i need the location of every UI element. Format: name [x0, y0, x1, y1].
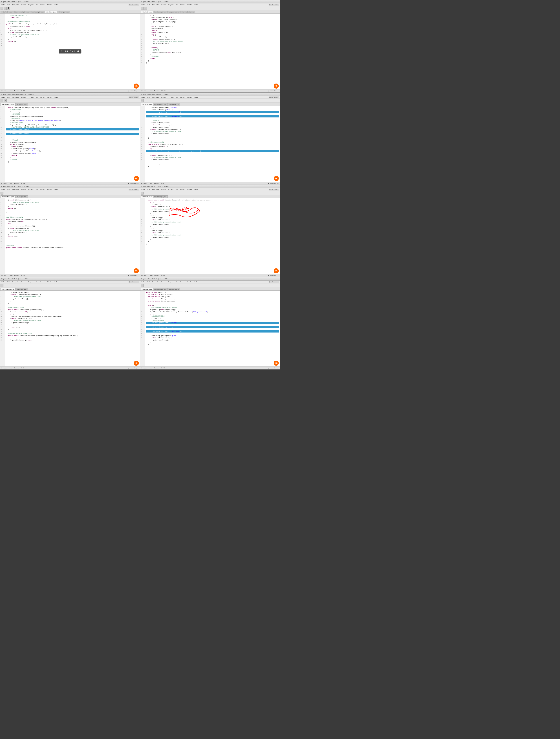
p5-menu-format[interactable]: Format [40, 189, 46, 190]
p6-menu-run[interactable]: Run [175, 189, 179, 190]
p7-menu-edit[interactable]: Edit [6, 281, 11, 283]
p6-toolbar-btn-1[interactable]: ⬅ [141, 192, 144, 194]
p2-tab-dbprops[interactable]: db.properties [168, 11, 180, 13]
menu-run[interactable]: Run [35, 4, 39, 6]
p5-menu-search[interactable]: Search [20, 189, 26, 190]
p7-menu-file[interactable]: File [1, 281, 5, 283]
p3-tab-dbprops[interactable]: db.properties [15, 103, 28, 106]
p4-tab-userdao[interactable]: UserDaoImpl.java [153, 103, 168, 106]
p4-menu-window[interactable]: Window [187, 97, 193, 98]
menu-format[interactable]: Format [40, 4, 46, 6]
p7-tab-dbprops[interactable]: db.properties [15, 288, 28, 290]
p4-menu-format[interactable]: Format [180, 97, 186, 98]
p6-menu-window[interactable]: Window [187, 189, 193, 190]
p7-menu-window[interactable]: Window [47, 281, 53, 283]
tab-jdbcutil2[interactable]: JdbcUtil.java [45, 11, 57, 13]
tab-studentdao[interactable]: StudentDaoImpl.java [13, 11, 30, 13]
p7-menu-help[interactable]: Help [54, 281, 58, 283]
p2-menu-help[interactable]: Help [194, 4, 198, 6]
p4-menu-run[interactable]: Run [175, 97, 179, 98]
p3-menu-help[interactable]: Help [54, 97, 58, 98]
p4-menu-navigate[interactable]: Navigate [152, 97, 159, 98]
p5-tab-userdao[interactable]: UserDaoImpl.java [1, 195, 15, 198]
p8-menu-project[interactable]: Project [168, 281, 174, 283]
menu-navigate[interactable]: Navigate [12, 4, 19, 6]
p3-menu-format[interactable]: Format [40, 97, 46, 98]
p4-menu-project[interactable]: Project [168, 97, 174, 98]
p2-menu-search[interactable]: Search [161, 4, 166, 6]
p2-tab-userdao2[interactable]: UserDaoImpl.java [180, 11, 195, 13]
p6-menu-navigate[interactable]: Navigate [152, 189, 159, 190]
p6-menu-edit[interactable]: Edit [146, 189, 151, 190]
p3-tab-userdao[interactable]: UserDaoImpl.java [1, 103, 15, 106]
p2-menu-run[interactable]: Run [175, 4, 179, 6]
toolbar-btn-2[interactable]: ➡ [4, 7, 7, 10]
p3-menu-navigate[interactable]: Navigate [12, 97, 19, 98]
p6-tab-jdbcutil[interactable]: JdbcUtil.java [141, 195, 153, 198]
p2-tab-jdbcutil[interactable]: JdbcUtil.java [141, 11, 153, 13]
menu-project[interactable]: Project [27, 4, 34, 6]
p7-menu-format[interactable]: Format [40, 281, 46, 283]
p4-menu-edit[interactable]: Edit [146, 97, 151, 98]
p4-menu-file[interactable]: File [141, 97, 145, 98]
p4-menu-help[interactable]: Help [194, 97, 198, 98]
p5-menu-file[interactable]: File [1, 189, 5, 190]
p2-tab-userdao[interactable]: UserDaoImpl.java [153, 11, 168, 13]
p3-toolbar-btn-1[interactable]: ⬅ [1, 99, 3, 102]
p5-menu-window[interactable]: Window [47, 189, 53, 190]
p6-menu-file[interactable]: File [141, 189, 145, 190]
p2-toolbar-btn-1[interactable]: ⬅ [141, 7, 144, 10]
toolbar-btn-1[interactable]: ⬅ [1, 7, 3, 10]
p7-menu-navigate[interactable]: Navigate [12, 281, 19, 283]
p2-menu-edit[interactable]: Edit [146, 4, 151, 6]
p3-menu-window[interactable]: Window [47, 97, 53, 98]
tab-jdbcutil[interactable]: jdbcUtil.java [1, 11, 13, 13]
tab-dbprops[interactable]: db.properties [57, 11, 70, 13]
p5-menu-help[interactable]: Help [54, 189, 58, 190]
p8-tab-jdbcutil[interactable]: JdbcUtil.java [141, 288, 153, 290]
menu-help[interactable]: Help [54, 4, 58, 6]
p7-tab-userdao[interactable]: UserDaoImpl.java [1, 288, 15, 290]
p3-toolbar-btn-2[interactable]: ➡ [4, 99, 7, 102]
p8-menu-window[interactable]: Window [187, 281, 193, 283]
p6-menu-help[interactable]: Help [194, 189, 198, 190]
p6-tab-userdao[interactable]: UserDaoImpl.java [153, 195, 168, 198]
p7-menu-search[interactable]: Search [20, 281, 26, 283]
p2-toolbar-btn-2[interactable]: ➡ [144, 7, 147, 10]
p8-menu-edit[interactable]: Edit [146, 281, 151, 283]
p5-tab-dbprops[interactable]: db.properties [15, 195, 28, 198]
tab-userdao[interactable]: UserDaoImpl.java [30, 11, 45, 13]
p7-menu-run[interactable]: Run [35, 281, 39, 283]
p6-menu-project[interactable]: Project [168, 189, 174, 190]
p3-menu-file[interactable]: File [1, 97, 5, 98]
p2-menu-window[interactable]: Window [187, 4, 193, 6]
p3-menu-edit[interactable]: Edit [6, 97, 11, 98]
p8-menu-file[interactable]: File [141, 281, 145, 283]
p8-menu-search[interactable]: Search [161, 281, 166, 283]
p8-menu-navigate[interactable]: Navigate [152, 281, 159, 283]
p4-tab-dbprops[interactable]: db.properties [168, 103, 180, 106]
p4-menu-search[interactable]: Search [161, 97, 166, 98]
p2-menu-file[interactable]: File [141, 4, 145, 6]
p3-menu-project[interactable]: Project [27, 97, 34, 98]
p3-menu-search[interactable]: Search [20, 97, 26, 98]
p5-toolbar-btn-1[interactable]: ⬅ [1, 192, 3, 194]
p8-toolbar-btn-1[interactable]: ⬅ [141, 284, 144, 287]
toolbar-btn-3[interactable]: ⬛ [7, 7, 10, 10]
p5-menu-project[interactable]: Project [27, 189, 34, 190]
menu-file[interactable]: File [1, 4, 5, 6]
p7-toolbar-btn-1[interactable]: ⬅ [1, 284, 3, 287]
p7-menu-project[interactable]: Project [27, 281, 34, 283]
p2-menu-project[interactable]: Project [168, 4, 174, 6]
p8-menu-help[interactable]: Help [194, 281, 198, 283]
p8-tab-userdao[interactable]: UserDaoImpl.java [153, 288, 168, 290]
p2-menu-format[interactable]: Format [180, 4, 186, 6]
p8-tab-dbprops[interactable]: db.properties [168, 288, 180, 290]
p3-menu-run[interactable]: Run [35, 97, 39, 98]
p5-menu-run[interactable]: Run [35, 189, 39, 190]
p2-menu-navigate[interactable]: Navigate [152, 4, 159, 6]
p8-menu-format[interactable]: Format [180, 281, 186, 283]
p4-toolbar-btn-1[interactable]: ⬅ [141, 99, 144, 102]
menu-edit[interactable]: Edit [6, 4, 11, 6]
p5-menu-edit[interactable]: Edit [6, 189, 11, 190]
